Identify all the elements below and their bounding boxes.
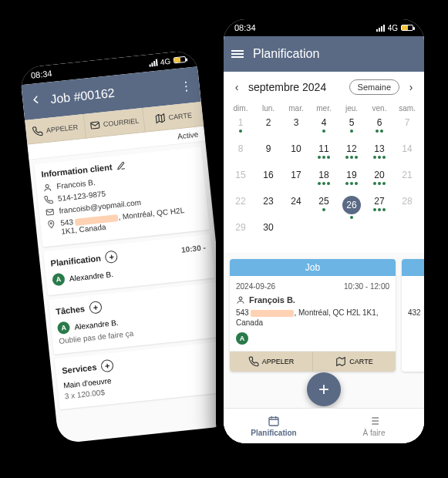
calendar-day[interactable]: 23 xyxy=(254,194,282,220)
list-icon xyxy=(368,415,380,427)
section-title: Planification xyxy=(50,254,101,268)
calendar-day[interactable]: 14 xyxy=(393,142,421,168)
phone-icon xyxy=(32,125,43,136)
service-qty: 3 x 120.00$ xyxy=(64,388,105,400)
calendar-day[interactable]: 27 xyxy=(365,194,393,220)
bottom-nav: Planification À faire xyxy=(224,408,424,443)
phone-job-detail: 08:34 4G Job #00162 ⋮ xyxy=(11,41,244,452)
calendar-day[interactable]: 15 xyxy=(227,168,254,194)
avatar: A xyxy=(236,332,248,345)
calendar-day[interactable]: 13 xyxy=(365,142,393,168)
dow-label: jeu. xyxy=(338,104,365,113)
mail-icon xyxy=(45,207,55,217)
add-planning-button[interactable]: + xyxy=(105,250,119,264)
fab-add-button[interactable]: + xyxy=(307,372,341,406)
calendar-day[interactable]: 16 xyxy=(254,168,282,194)
calendar-day[interactable]: 3 xyxy=(282,116,310,142)
signal-icon xyxy=(148,59,157,66)
calendar-day[interactable]: 22 xyxy=(227,194,254,220)
add-task-button[interactable]: + xyxy=(89,301,103,315)
nav-todo[interactable]: À faire xyxy=(324,409,424,443)
battery-icon xyxy=(173,56,187,64)
dow-label: dim. xyxy=(227,104,254,113)
dow-label: ven. xyxy=(365,104,393,113)
calendar-day[interactable]: 2 xyxy=(254,116,282,142)
calendar-day[interactable]: 28 xyxy=(393,194,421,220)
redacted-segment xyxy=(251,310,294,317)
calendar-day[interactable]: 5 xyxy=(338,116,365,142)
calendar-day[interactable]: 29 xyxy=(227,220,254,247)
menu-icon[interactable]: ⋮ xyxy=(179,77,194,93)
map-icon xyxy=(335,356,346,367)
calendar-day[interactable]: 7 xyxy=(393,116,421,142)
calendar-day[interactable]: 11 xyxy=(310,142,338,168)
calendar-day[interactable]: 4 xyxy=(310,116,338,142)
calendar-header: ‹ septembre 2024 Semaine › xyxy=(224,72,424,103)
network-label: 4G xyxy=(160,56,170,66)
person-icon xyxy=(42,183,52,193)
next-month-button[interactable]: › xyxy=(404,81,418,93)
calendar-day[interactable]: 12 xyxy=(338,142,365,168)
card-action-call[interactable]: APPELER xyxy=(230,352,313,372)
phone-icon xyxy=(248,356,259,367)
assignee-name: Alexandre B. xyxy=(74,318,119,331)
calendar-day[interactable]: 9 xyxy=(254,142,282,168)
avatar: A xyxy=(57,321,71,335)
calendar-day[interactable]: 25 xyxy=(310,194,338,220)
job-card[interactable]: Job 2024-09-26 10:30 - 12:00 François B. xyxy=(230,259,396,372)
section-client-info: Information client Francois B. 514-123-9… xyxy=(34,146,210,247)
calendar-day[interactable]: 1 xyxy=(227,116,254,142)
battery-icon xyxy=(401,25,413,31)
dow-label: mar. xyxy=(282,104,310,113)
svg-rect-5 xyxy=(269,417,278,426)
calendar-day[interactable]: 19 xyxy=(338,168,365,194)
svg-point-4 xyxy=(239,297,242,300)
dow-label: sam. xyxy=(393,104,421,113)
page-title: Planification xyxy=(253,47,319,61)
calendar-icon xyxy=(268,415,280,427)
calendar-day[interactable]: 10 xyxy=(282,142,310,168)
planning-time: 10:30 - xyxy=(181,243,207,254)
calendar-day[interactable]: 24 xyxy=(282,194,310,220)
client-phone[interactable]: 514-123-9875 xyxy=(57,190,106,203)
prev-month-button[interactable]: ‹ xyxy=(230,81,244,93)
job-address: 543 , Montréal, QC H2L 1K1, Canada xyxy=(236,308,389,328)
job-card-title: Job xyxy=(230,259,396,276)
menu-icon[interactable] xyxy=(231,49,244,59)
job-date: 2024-09-26 xyxy=(236,282,275,291)
job-cards-row[interactable]: Job 2024-09-26 10:30 - 12:00 François B. xyxy=(224,253,424,378)
calendar-day[interactable]: 30 xyxy=(254,220,282,247)
network-label: 4G xyxy=(388,24,398,32)
calendar-day[interactable]: 8 xyxy=(227,142,254,168)
phone-planning: 08:34 4G Planification ‹ septembre 2024 … xyxy=(216,12,432,451)
status-time: 08:34 xyxy=(234,23,256,32)
card-action-map[interactable]: CARTE xyxy=(313,352,396,372)
calendar-day[interactable]: 21 xyxy=(393,168,421,194)
mail-icon xyxy=(89,119,100,130)
job-card-next[interactable]: 432 xyxy=(402,259,424,372)
calendar-day[interactable]: 26 xyxy=(338,194,365,220)
back-icon[interactable] xyxy=(29,92,44,110)
job-time: 10:30 - 12:00 xyxy=(344,282,389,291)
person-icon xyxy=(236,295,245,305)
calendar-grid: dim.lun.mar.mer.jeu.ven.sam. 12345678910… xyxy=(224,103,424,253)
add-service-button[interactable]: + xyxy=(100,359,114,373)
dow-label: mer. xyxy=(310,104,338,113)
calendar-day[interactable]: 17 xyxy=(282,168,310,194)
section-title: Tâches xyxy=(56,304,86,316)
month-label: septembre 2024 xyxy=(248,81,345,93)
map-icon xyxy=(154,112,166,123)
calendar-day[interactable]: 18 xyxy=(310,168,338,194)
nav-planning[interactable]: Planification xyxy=(224,409,324,443)
signal-icon xyxy=(376,25,385,32)
phone-icon xyxy=(44,195,54,205)
status-time: 08:34 xyxy=(30,69,52,80)
svg-point-1 xyxy=(45,184,49,187)
edit-icon[interactable] xyxy=(116,161,126,171)
calendar-day[interactable]: 20 xyxy=(365,168,393,194)
app-bar: Planification xyxy=(224,36,424,72)
location-icon xyxy=(46,220,56,230)
view-toggle[interactable]: Semaine xyxy=(349,79,399,95)
calendar-day[interactable]: 6 xyxy=(365,116,393,142)
dow-label: lun. xyxy=(254,104,282,113)
